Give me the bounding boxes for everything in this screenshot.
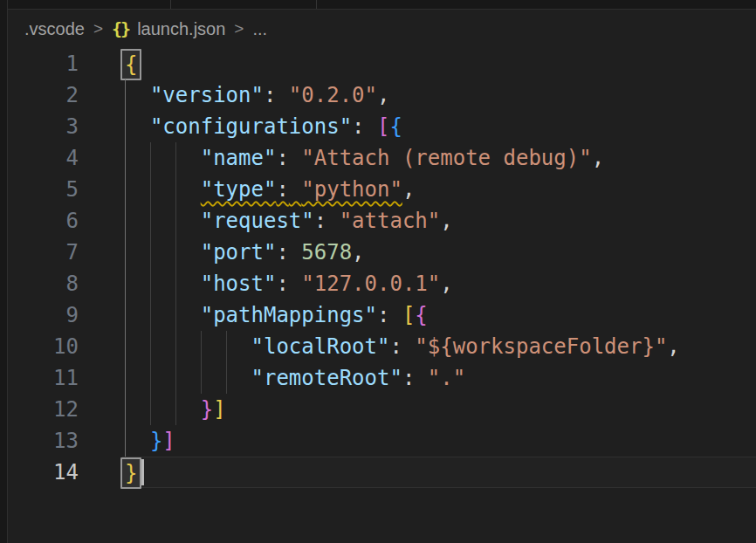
code-token [125,209,201,233]
line-number[interactable]: 10 [0,331,86,362]
tab-strip [8,0,756,10]
code-token [125,240,201,265]
code-line-11[interactable]: 11 "remoteRoot": "." [8,362,756,394]
code-token [125,114,150,139]
code-token [289,240,301,265]
code-text[interactable]: "type": "python", [125,174,415,205]
code-text[interactable]: "configurations": [{ [125,111,402,142]
code-token: : [276,146,288,170]
code-token [125,83,150,107]
code-line-2[interactable]: 2 "version": "0.2.0", [8,79,756,111]
tab-divider [316,0,317,9]
code-line-7[interactable]: 7 "port": 5678, [8,237,756,268]
chevron-right-icon: > [93,19,104,38]
code-token: } [150,429,162,453]
code-token: , [440,272,452,296]
code-line-3[interactable]: 3 "configurations": [{ [8,111,756,142]
code-token: , [667,334,679,359]
line-number[interactable]: 8 [0,268,86,299]
code-token: , [402,177,415,202]
code-text[interactable]: }] [125,394,226,425]
code-line-14[interactable]: 14} [8,457,756,488]
code-line-6[interactable]: 6 "request": "attach", [8,205,756,237]
code-token: "Attach (remote debug)" [301,146,591,170]
code-line-12[interactable]: 12 }] [8,394,756,425]
code-token: 5678 [301,240,352,265]
code-token: "pathMappings" [201,303,377,327]
code-line-13[interactable]: 13 }] [8,425,756,457]
code-line-9[interactable]: 9 "pathMappings": [{ [8,299,756,331]
code-token [276,83,288,107]
code-text[interactable]: } [125,457,137,489]
code-token [415,366,427,390]
code-text[interactable]: { [125,48,137,80]
code-token [289,146,301,170]
code-token [125,272,201,296]
code-token: "python" [301,177,402,202]
code-token: : [389,334,402,359]
code-token: : [402,366,415,390]
code-token: "." [428,366,465,390]
code-token [326,209,339,233]
code-token: "request" [201,209,314,233]
code-text[interactable]: "name": "Attach (remote debug)", [125,142,604,174]
code-token: "name" [201,146,277,170]
code-token: : [276,240,288,265]
code-line-1[interactable]: 1{ [8,48,756,79]
line-number[interactable]: 2 [0,79,86,111]
line-number[interactable]: 4 [0,142,86,174]
code-token [125,177,201,202]
code-token: "0.2.0" [289,83,377,107]
code-token: [ [377,114,389,139]
code-token: "remoteRoot" [251,366,402,390]
line-number[interactable]: 13 [0,425,86,457]
code-token: "host" [201,272,277,296]
code-line-8[interactable]: 8 "host": "127.0.0.1", [8,268,756,299]
line-number[interactable]: 3 [0,111,86,142]
code-token: "configurations" [150,114,352,139]
json-file-icon: {} [112,18,129,39]
code-token: , [352,240,364,265]
tab-divider [170,0,171,9]
code-text[interactable]: "version": "0.2.0", [125,79,389,111]
matching-bracket: } [120,457,141,489]
code-token: "type" [201,177,277,202]
code-token: "port" [201,240,277,265]
code-token: { [389,114,402,139]
code-token: "version" [150,83,264,107]
vscode-editor-window: .vscode > {} launch.json > ... 1{2 "vers… [0,0,756,543]
code-token: "localRoot" [251,334,390,359]
code-text[interactable]: "port": 5678, [125,237,365,268]
line-number[interactable]: 6 [0,205,86,237]
code-line-4[interactable]: 4 "name": "Attach (remote debug)", [8,142,756,174]
chevron-right-icon: > [233,19,244,38]
code-line-10[interactable]: 10 "localRoot": "${workspaceFolder}", [8,331,756,362]
line-number[interactable]: 9 [0,299,86,331]
code-token: : [314,209,326,233]
line-number[interactable]: 7 [0,237,86,268]
code-text[interactable]: }] [125,425,175,457]
code-token: "attach" [340,209,441,233]
code-editor[interactable]: 1{2 "version": "0.2.0",3 "configurations… [8,48,756,543]
code-text[interactable]: "request": "attach", [125,205,453,237]
breadcrumb-symbol-more[interactable]: ... [252,19,267,39]
line-number[interactable]: 14 [0,457,86,488]
code-text[interactable]: "localRoot": "${workspaceFolder}", [125,331,680,362]
code-text[interactable]: "host": "127.0.0.1", [125,268,453,299]
code-token: "${workspaceFolder}" [415,334,667,359]
breadcrumb-file[interactable]: launch.json [137,19,225,39]
code-token [125,146,201,170]
line-number[interactable]: 5 [0,174,86,205]
code-line-5[interactable]: 5 "type": "python", [8,174,756,205]
line-number[interactable]: 12 [0,394,86,425]
code-text[interactable]: "pathMappings": [{ [125,299,428,331]
code-token: : [276,177,288,202]
code-token: : [264,83,276,107]
code-text[interactable]: "remoteRoot": "." [125,362,465,394]
line-number[interactable]: 11 [0,362,86,394]
line-number[interactable]: 1 [0,48,86,79]
breadcrumb-folder[interactable]: .vscode [24,19,85,39]
code-token [389,303,402,327]
code-token [125,366,251,390]
code-token [125,303,201,327]
